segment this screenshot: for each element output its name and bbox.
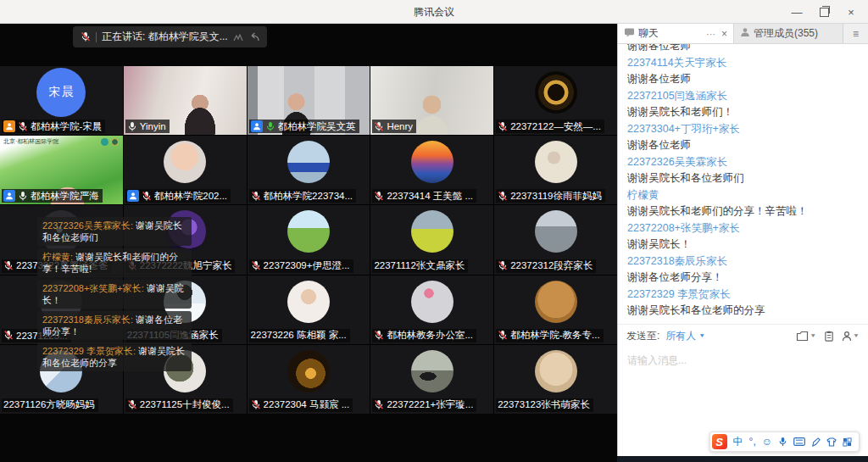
bubble-sender: 22372326吴美霖家长: — [42, 220, 136, 231]
participant-name: 22372221+张宇璇... — [387, 398, 473, 411]
video-tile-17[interactable]: 22373226 陈相颖 家... — [248, 276, 370, 344]
muted-mic-icon — [374, 399, 384, 410]
virtual-background-banner: 北京·都柏林国际学院 — [3, 137, 58, 146]
video-tile-0[interactable]: 宋晨都柏林学院-宋晨 — [0, 66, 123, 135]
voice-icon[interactable] — [778, 437, 787, 447]
video-tile-1[interactable]: Yinyin — [124, 66, 247, 135]
tab-actions: ··· × — [706, 28, 727, 40]
avatar — [535, 281, 577, 323]
minimize-button[interactable]: — — [783, 1, 810, 23]
video-tile-5[interactable]: 北京·都柏林国际学院都柏林学院严海 — [0, 136, 123, 204]
tab-members[interactable]: 管理成员(355) — [734, 24, 843, 43]
participant-label: 22372312段弈家长 — [496, 259, 596, 273]
video-tile-22[interactable]: 22372304 马颢宸 ... — [248, 345, 370, 414]
video-tile-12[interactable]: 22372309+伊思澄... — [248, 205, 370, 274]
chat-sender: 22374114关天宇家长 — [627, 55, 859, 72]
participant-name: 22372304 马颢宸 ... — [264, 398, 350, 411]
message-input[interactable]: 请输入消息... S 中°,☺ — [618, 348, 868, 462]
chat-message: 谢谢各位老师 — [627, 137, 859, 154]
network-signal-icon — [233, 33, 243, 42]
keyboard-icon[interactable] — [793, 437, 805, 446]
app-title: 腾讯会议 — [0, 0, 868, 24]
more-options-icon[interactable]: ··· — [706, 29, 715, 39]
participant-name: 都柏林教务办公室... — [387, 329, 473, 342]
chat-sender: 22372208+张笑鹏+家长 — [627, 220, 859, 237]
mic-icon — [18, 191, 28, 202]
member-badge-icon — [3, 190, 15, 202]
speaking-toast-text: 正在讲话: 都柏林学院吴文... — [102, 30, 228, 44]
tab-chat[interactable]: 聊天 ··· × — [618, 24, 734, 43]
participant-label: 都柏林学院223734... — [249, 189, 356, 203]
video-tile-23[interactable]: 22372221+张宇璇... — [370, 345, 493, 414]
screenshot-button[interactable]: ▼ — [796, 331, 816, 342]
send-to-value: 所有人 — [665, 329, 696, 343]
participant-name: 22373226 陈相颖 家... — [251, 329, 347, 342]
video-tile-4[interactable]: 22372122—安然—... — [494, 66, 617, 135]
avatar — [287, 141, 330, 183]
video-tile-2[interactable]: 都柏林学院吴文英 — [248, 66, 370, 135]
punctuation-icon[interactable]: °, — [749, 437, 756, 447]
sogou-logo-icon[interactable]: S — [712, 434, 727, 449]
video-tile-6[interactable]: 都柏林学院202... — [124, 136, 247, 204]
avatar — [535, 141, 577, 183]
video-tile-3[interactable]: Henry — [370, 66, 493, 135]
avatar — [411, 141, 453, 183]
participant-name: 22371112张文鼎家长 — [374, 259, 465, 272]
participant-label: 都柏林学院严海 — [2, 189, 103, 203]
participant-label: 都柏林学院202... — [125, 189, 231, 203]
panel-menu-icon[interactable]: ≡ — [843, 24, 868, 43]
video-tile-24[interactable]: 22373123张书萌家长 — [494, 345, 617, 414]
participant-name: 22371125十封俊俊... — [140, 398, 230, 411]
skin-icon[interactable] — [826, 437, 837, 447]
participant-name: Yinyin — [140, 121, 166, 131]
avatar — [411, 281, 453, 323]
chat-panel: 聊天 ··· × 管理成员(355) ≡ 谢谢各位老师22374114关天宇家长… — [617, 24, 868, 462]
chat-overlay-bubble: 柠檬黄: 谢谢吴院长和老师们的分享！辛苦啦! — [37, 248, 192, 277]
participant-label: 22373123张书萌家长 — [496, 398, 593, 412]
chat-message: 谢谢吴院长！ — [627, 237, 859, 253]
participant-label: 22372221+张宇璇... — [372, 398, 476, 412]
send-to-selector[interactable]: 所有人 ▼ — [665, 329, 705, 343]
participant-label: 22371126方晓旸妈妈 — [2, 398, 98, 412]
reply-arrow-icon[interactable] — [248, 32, 259, 42]
video-tile-9[interactable]: 22373119徐雨菲妈妈 — [494, 136, 617, 204]
participant-label: 22373414 王美懿 ... — [372, 189, 476, 203]
video-tile-13[interactable]: 22371112张文鼎家长 — [370, 205, 493, 274]
avatar — [535, 71, 577, 114]
participant-label: 都柏林学院-宋晨 — [2, 120, 105, 133]
chat-overlay-bubbles: 22372326吴美霖家长: 谢谢吴院长和各位老师们柠檬黄: 谢谢吴院长和老师们… — [37, 217, 192, 374]
chat-history-button[interactable] — [824, 331, 834, 342]
participant-name: 22372309+伊思澄... — [264, 259, 350, 272]
toast-divider — [96, 32, 97, 42]
handwriting-icon[interactable] — [811, 437, 821, 447]
video-tile-19[interactable]: 都柏林学院-教务专... — [494, 276, 617, 344]
close-button[interactable]: × — [837, 1, 865, 23]
video-tile-14[interactable]: 22372312段弈家长 — [494, 205, 617, 274]
muted-mic-icon — [374, 191, 384, 202]
video-tile-18[interactable]: 都柏林教务办公室... — [370, 276, 493, 344]
participant-name: 都柏林学院202... — [154, 190, 227, 203]
member-badge-icon — [127, 190, 139, 202]
participant-name: 22372312段弈家长 — [510, 259, 593, 272]
avatar — [287, 281, 330, 323]
chat-message: 谢谢吴院长和各位老师的分享 — [627, 303, 859, 320]
participant-name: 22371126方晓旸妈妈 — [3, 398, 95, 411]
muted-mic-icon — [498, 191, 508, 202]
maximize-button[interactable] — [810, 1, 837, 23]
close-chat-icon[interactable]: × — [721, 28, 727, 40]
chat-message-list[interactable]: 谢谢各位老师22374114关天宇家长谢谢各位老师22372105闫逸涵家长谢谢… — [618, 44, 868, 324]
chat-sender: 22372105闫逸涵家长 — [627, 88, 859, 105]
muted-mic-icon — [142, 191, 152, 202]
video-tile-8[interactable]: 22373414 王美懿 ... — [370, 136, 493, 204]
emoji-icon[interactable]: ☺ — [762, 437, 772, 447]
participant-label: 都柏林学院吴文英 — [249, 120, 359, 133]
participant-name: 都柏林学院-宋晨 — [31, 120, 102, 133]
avatar — [535, 350, 577, 392]
toolbox-icon[interactable] — [843, 437, 852, 447]
lang-toggle-icon[interactable]: 中 — [733, 437, 743, 447]
chat-message: 谢谢吴院长和老师们的分享！辛苦啦！ — [627, 203, 859, 220]
avatar — [411, 210, 453, 253]
participant-label: 22371125十封俊俊... — [125, 398, 233, 412]
video-tile-7[interactable]: 都柏林学院223734... — [248, 136, 370, 204]
mention-member-button[interactable]: ▼ — [842, 331, 860, 342]
